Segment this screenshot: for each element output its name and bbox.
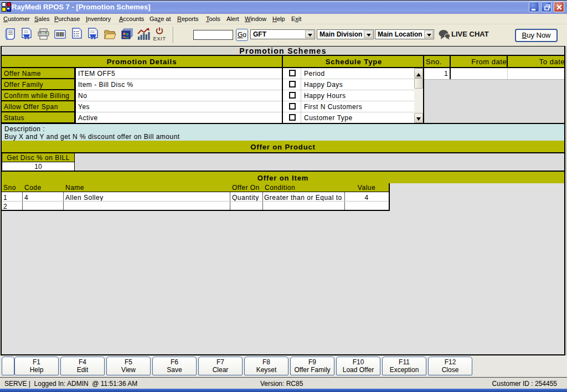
svg-text:EXIT: EXIT	[153, 35, 166, 42]
